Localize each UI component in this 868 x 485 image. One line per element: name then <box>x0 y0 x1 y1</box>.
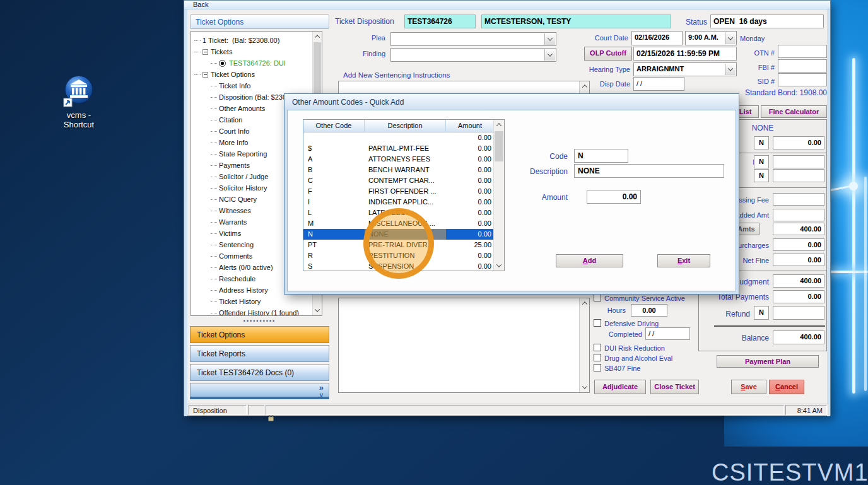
cancel-button[interactable]: Cancel <box>769 380 804 394</box>
refund-field[interactable] <box>773 306 824 320</box>
defensive-driving-checkbox[interactable] <box>594 319 601 327</box>
status-bar: Disposition 8:41 AM <box>187 404 828 416</box>
tree-item[interactable]: Ticket Options <box>191 69 322 80</box>
tree-item[interactable]: Ticket History <box>191 296 322 307</box>
tree-item-label: Payments <box>219 161 250 169</box>
fine-calculator-button[interactable]: Fine Calculator <box>761 105 827 118</box>
dialog-description-field[interactable]: NONE <box>574 164 724 178</box>
sidebar-nav-ticket-reports[interactable]: Ticket Reports <box>190 345 329 362</box>
type-flag-field[interactable]: N <box>754 136 769 149</box>
court-time-select[interactable]: 9:00 A.M. <box>685 31 737 45</box>
sidebar-splitter[interactable]: •••••••••• <box>190 319 329 325</box>
other-code-row[interactable]: 0.00 <box>303 132 494 143</box>
col-header-other-code[interactable]: Other Code <box>303 120 365 132</box>
balance-field[interactable]: 400.00 <box>773 330 824 344</box>
added-amt-field[interactable] <box>773 209 824 221</box>
save-button[interactable]: Save <box>731 380 766 394</box>
dropdown-arrow-icon[interactable] <box>725 64 736 75</box>
dialog-code-field[interactable]: N <box>574 149 628 163</box>
scroll-down-icon[interactable] <box>580 382 589 392</box>
scroll-down-icon[interactable] <box>313 305 322 315</box>
olp-cutoff-field[interactable]: 02/15/2026 11:59:59 PM <box>633 47 737 61</box>
notes-textarea[interactable] <box>338 298 590 393</box>
net-fine-field[interactable]: 0.00 <box>773 254 824 266</box>
sidebar-nav-ticket-options[interactable]: Ticket Options <box>190 326 329 343</box>
surcharges-field[interactable]: 0.00 <box>773 238 824 251</box>
back-menu-item[interactable]: Back <box>193 1 208 8</box>
sidebar-nav-footer[interactable]: »˅ <box>190 383 329 399</box>
hours-field[interactable]: 0.00 <box>631 304 667 317</box>
morf-amount-field[interactable] <box>773 155 824 168</box>
dui-risk-checkbox[interactable] <box>594 344 601 351</box>
tree-item[interactable]: Offender History (1 found) <box>191 307 322 316</box>
community-service-checkbox[interactable] <box>594 294 601 301</box>
payment-plan-button[interactable]: Payment Plan <box>717 355 819 368</box>
dropdown-arrow-icon[interactable] <box>544 49 555 61</box>
drug-alcohol-checkbox[interactable] <box>594 354 601 361</box>
sidebar-nav-ticket-test364726-docs-0-[interactable]: Ticket TEST364726 Docs (0) <box>190 364 329 381</box>
cost-amount-field[interactable] <box>773 169 824 182</box>
other-code-row[interactable]: FFIRST OFFENDER ...0.00 <box>303 186 494 197</box>
sb407-checkbox[interactable] <box>594 364 601 371</box>
wallpaper-glow-spark <box>849 182 858 190</box>
court-date-field[interactable]: 02/16/2026 <box>631 31 683 45</box>
scroll-up-icon[interactable] <box>494 120 504 130</box>
tree-item[interactable]: TEST364726: DUI <box>191 57 322 69</box>
ticket-number-field[interactable]: TEST364726 <box>404 15 476 28</box>
hearing-type-select[interactable]: ARRAIGNMNT <box>633 62 737 76</box>
morf-flag-field[interactable]: N <box>754 155 769 168</box>
dropdown-arrow-icon[interactable] <box>544 33 555 45</box>
tree-expander-icon[interactable] <box>202 72 208 78</box>
wallpaper-glow-line <box>864 177 867 391</box>
plea-select[interactable] <box>390 32 556 46</box>
dialog-add-button[interactable]: Add <box>556 254 623 267</box>
tree-item-label: Warrants <box>219 218 247 226</box>
other-code-row[interactable]: CCONTEMPT CHAR...0.00 <box>303 175 494 186</box>
total-payments-field[interactable]: 0.00 <box>773 290 824 303</box>
other-code-row[interactable]: IINDIGENT APPLIC...0.00 <box>303 197 494 207</box>
completed-date-field[interactable]: / / <box>645 327 690 340</box>
scroll-up-icon[interactable] <box>313 32 322 42</box>
tree-item[interactable]: Ticket Info <box>191 80 322 91</box>
other-code-row[interactable]: AATTORNEYS FEES0.00 <box>303 154 494 165</box>
table-scrollbar-thumb[interactable] <box>495 131 503 161</box>
close-ticket-button[interactable]: Close Ticket <box>650 380 699 394</box>
cost-flag-field[interactable]: N <box>754 169 769 182</box>
vcms-shortcut-icon[interactable]: vcms - Shortcut <box>56 74 102 129</box>
col-header-description[interactable]: Description <box>365 120 446 132</box>
table-scrollbar[interactable] <box>493 120 504 271</box>
tree-connector <box>211 301 217 302</box>
tree-expander-icon[interactable] <box>202 49 208 55</box>
tree-item[interactable]: Tickets <box>191 46 322 57</box>
tree-item-label: Offender History (1 found) <box>219 309 299 316</box>
tree-connector <box>211 211 217 211</box>
dropdown-arrow-icon[interactable] <box>725 32 736 44</box>
olp-cutoff-button[interactable]: OLP Cutoff <box>584 47 632 61</box>
processing-fee-field[interactable] <box>773 193 824 206</box>
community-service-label: Community Service Active <box>604 295 685 302</box>
other-amts-field[interactable]: 400.00 <box>773 223 824 235</box>
dialog-amount-field[interactable]: 0.00 <box>587 190 641 204</box>
judgment-field[interactable]: 400.00 <box>773 274 824 288</box>
tree-item[interactable]: 1 Ticket: (Bal: $2308.00) <box>191 35 322 46</box>
cell-code: R <box>303 250 365 261</box>
fbi-field[interactable] <box>778 59 827 73</box>
col-header-amount[interactable]: Amount <box>446 120 494 132</box>
chevrons-right-icon[interactable]: »˅ <box>319 384 324 399</box>
other-code-row[interactable]: BBENCH WARRANT0.00 <box>303 165 494 175</box>
dialog-exit-button[interactable]: Exit <box>657 254 710 267</box>
status-mode-label: Disposition <box>189 405 247 415</box>
refund-flag-field[interactable]: N <box>754 306 769 320</box>
otn-label: OTN # <box>737 49 775 57</box>
otn-field[interactable] <box>778 45 827 58</box>
sid-field[interactable] <box>778 73 827 86</box>
defendant-name-field[interactable]: MCTESTERSON, TESTY <box>481 15 671 28</box>
shortcut-label-line1: vcms - <box>56 110 102 120</box>
disp-date-field[interactable]: / / <box>633 77 684 91</box>
finding-select[interactable] <box>390 48 556 62</box>
scroll-up-icon[interactable] <box>580 298 589 308</box>
scroll-down-icon[interactable] <box>494 260 504 271</box>
adjudicate-button[interactable]: Adjudicate <box>594 380 646 394</box>
other-code-row[interactable]: $PARTIAL-PMT-FEE0.00 <box>303 143 494 154</box>
type-amount-field[interactable]: 0.00 <box>773 136 824 149</box>
